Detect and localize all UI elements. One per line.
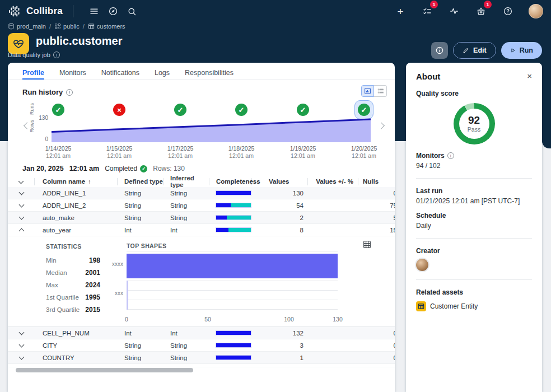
stat-item: 1st Quartile1995 (46, 291, 100, 304)
column-name-cell: auto_year (35, 227, 118, 234)
table-row: ADDR_LINE_1 String String 130 0 (8, 187, 395, 199)
menu-icon[interactable] (85, 3, 104, 20)
status-icon: ✓ (297, 104, 309, 116)
grid-view-icon[interactable] (363, 240, 372, 249)
row-expander[interactable] (8, 192, 35, 194)
chevron-down-icon (18, 178, 24, 184)
column-name-cell: CELL_PH_NUM (35, 330, 118, 337)
values-cell: 8 (252, 227, 308, 234)
tab-responsibilities[interactable]: Responsibilities (185, 69, 234, 80)
completeness-header[interactable]: Completeness (209, 178, 252, 185)
row-expander[interactable] (8, 332, 35, 334)
page-actions: Edit Run (431, 42, 542, 59)
chevron-up-icon (18, 228, 24, 234)
activity-icon[interactable] (448, 3, 460, 20)
inferred-type-header[interactable]: Inferred type (164, 178, 209, 185)
close-icon[interactable]: × (527, 72, 532, 80)
row-expander[interactable] (8, 204, 35, 207)
scrollbar-thumb[interactable] (16, 368, 193, 372)
row-expander[interactable] (8, 227, 35, 233)
nulls-cell: 0 (358, 354, 395, 361)
values-pct-header[interactable]: Values +/- % (308, 178, 358, 185)
basket-icon[interactable]: 1 (475, 3, 487, 20)
table-row-expanded: auto_year Int Int 8 15 (8, 224, 395, 236)
stat-item: Max2024 (46, 279, 100, 291)
info-icon[interactable]: i (447, 152, 454, 159)
list-view-icon (377, 87, 384, 95)
chevron-right-icon[interactable] (377, 122, 385, 129)
user-avatar[interactable] (529, 4, 543, 18)
tab-profile[interactable]: Profile (22, 69, 44, 80)
values-cell: 2 (252, 214, 308, 221)
tab-bar: Profile Monitors Notifications Logs Resp… (8, 63, 395, 80)
divider (416, 279, 532, 280)
values-header[interactable]: Values (252, 178, 308, 185)
completeness-cell (209, 216, 252, 220)
row-count-label: Rows: 130 (153, 165, 185, 172)
columns-table: Column name↑ Defined type Inferred type … (8, 176, 395, 367)
defined-type-cell: String (118, 214, 164, 221)
info-icon (435, 46, 444, 55)
last-run-value: 01/21/2025 12:01 am [PST UTC-7] (416, 197, 532, 205)
shape-bar-small[interactable] (127, 281, 128, 310)
related-asset-name: Customer Entity (430, 302, 478, 310)
run-button[interactable]: Run (501, 42, 542, 59)
tab-logs[interactable]: Logs (155, 69, 170, 80)
breadcrumb-item-database[interactable]: prod_main (8, 23, 46, 30)
quality-score-label: Quality score (416, 90, 532, 97)
values-cell: 132 (252, 330, 308, 337)
inferred-type-cell: Int (164, 227, 209, 234)
breadcrumb-separator: / (83, 23, 85, 30)
stat-item: 3rd Quartile2015 (46, 304, 100, 316)
chevron-down-icon (18, 202, 24, 208)
search-icon[interactable] (123, 3, 142, 20)
status-icon: ✓ (52, 104, 64, 116)
nulls-cell: 0 (358, 330, 395, 337)
defined-type-cell: Int (118, 330, 164, 337)
info-icon[interactable]: i (53, 52, 60, 58)
heart-pulse-icon (12, 38, 25, 50)
table-row: CELL_PH_NUM Int Int 132 0 (8, 327, 395, 339)
compass-icon[interactable] (104, 3, 123, 20)
edit-button[interactable]: Edit (453, 42, 496, 59)
defined-type-header[interactable]: Defined type (118, 178, 164, 185)
run-time-label: 12:01 am (69, 165, 100, 172)
shape-bar[interactable] (127, 254, 338, 278)
chevron-down-icon (18, 354, 24, 360)
chevron-down-icon (18, 214, 24, 220)
list-view-toggle[interactable] (374, 85, 387, 97)
status-icon: ✓ (235, 104, 248, 116)
column-name-cell: ADDR_LINE_2 (35, 202, 118, 209)
run-history-x-axis: 1/14/202512:01 am 1/15/202512:01 am 1/17… (8, 145, 395, 161)
row-expander[interactable] (8, 344, 35, 347)
nulls-header[interactable]: Nulls (358, 178, 395, 185)
help-icon[interactable] (502, 3, 514, 20)
completeness-cell (209, 356, 252, 360)
breadcrumb-item-table[interactable]: customers (88, 23, 125, 30)
details-info-button[interactable] (431, 42, 448, 59)
statistics-list: Min198 Median2001 Max2024 1st Quartile19… (46, 254, 100, 316)
info-icon[interactable]: i (66, 89, 73, 96)
values-cell: 1 (252, 354, 308, 361)
chart-view-toggle[interactable] (361, 85, 374, 97)
add-icon[interactable]: + (394, 3, 407, 20)
row-expander[interactable] (8, 216, 35, 219)
y-axis-min: 0 (32, 136, 48, 142)
quality-score-value: 92 (468, 115, 480, 125)
breadcrumb-item-schema[interactable]: public (54, 23, 80, 30)
tab-monitors[interactable]: Monitors (59, 69, 86, 80)
column-name-header[interactable]: Column name↑ (35, 178, 118, 185)
column-name-cell: CITY (35, 342, 118, 349)
expand-all-header[interactable] (8, 178, 35, 185)
row-expander[interactable] (8, 356, 35, 359)
completeness-bar (216, 203, 251, 207)
creator-avatar[interactable] (416, 259, 428, 271)
top-background-curve (542, 141, 551, 148)
shape-category-label: xxxx (101, 261, 123, 267)
related-asset-link[interactable]: Customer Entity (416, 301, 532, 311)
run-date: 1/19/202512:01 am (290, 145, 316, 160)
inferred-type-cell: Int (164, 330, 209, 337)
table-row: ADDR_LINE_2 String String 54 75 (8, 199, 395, 212)
tasks-icon[interactable]: 1 (421, 3, 433, 20)
tab-notifications[interactable]: Notifications (101, 69, 139, 80)
